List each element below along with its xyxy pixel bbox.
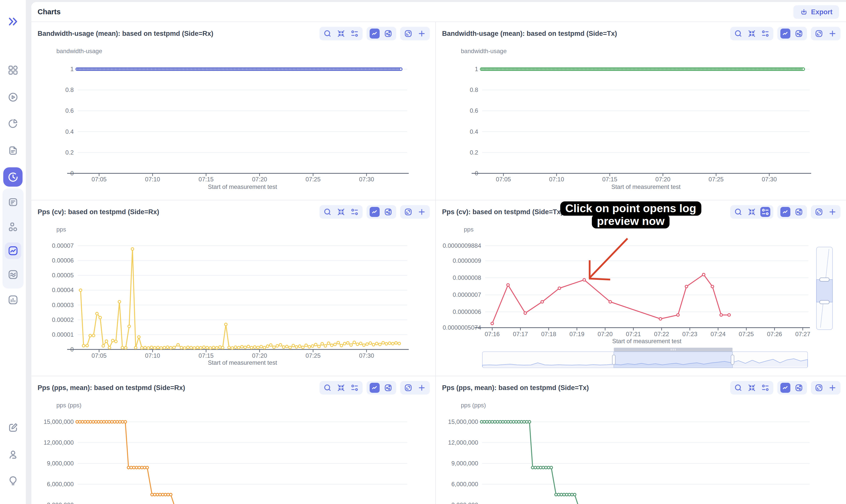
data-point[interactable]	[526, 420, 528, 423]
collapse-icon-button[interactable]	[747, 383, 757, 393]
data-point[interactable]	[502, 420, 504, 423]
export-button[interactable]: Export	[793, 5, 839, 19]
plus-icon-button[interactable]	[417, 383, 427, 393]
search-icon-button[interactable]	[733, 383, 743, 393]
data-point[interactable]	[279, 344, 282, 346]
sidebar-item-pie-report[interactable]	[7, 118, 19, 129]
scatter-icon-button[interactable]	[383, 29, 393, 39]
data-point[interactable]	[486, 420, 488, 423]
data-point[interactable]	[159, 493, 161, 496]
data-point[interactable]	[244, 346, 246, 349]
data-point[interactable]	[292, 344, 295, 347]
scatter-icon-button[interactable]	[794, 207, 804, 217]
data-point[interactable]	[334, 343, 336, 346]
data-point[interactable]	[134, 346, 137, 349]
data-point[interactable]	[494, 420, 496, 423]
sidebar-item-notes[interactable]	[7, 197, 19, 208]
data-point[interactable]	[563, 493, 565, 496]
data-point[interactable]	[99, 317, 102, 319]
vertical-brush-handle[interactable]	[820, 300, 829, 304]
data-point[interactable]	[86, 344, 88, 347]
data-point[interactable]	[555, 493, 557, 496]
data-point[interactable]	[480, 420, 483, 423]
data-point[interactable]	[272, 346, 275, 348]
data-point[interactable]	[100, 420, 103, 423]
data-point[interactable]	[215, 346, 218, 349]
data-point[interactable]	[565, 493, 568, 496]
data-point[interactable]	[542, 466, 545, 469]
data-point[interactable]	[534, 466, 536, 469]
data-point[interactable]	[541, 301, 543, 303]
data-point[interactable]	[523, 420, 525, 423]
scale-icon-button[interactable]	[403, 207, 413, 217]
data-point[interactable]	[135, 466, 138, 469]
data-point[interactable]	[92, 420, 94, 423]
data-point[interactable]	[125, 346, 127, 349]
data-point[interactable]	[108, 346, 111, 349]
data-point[interactable]	[802, 68, 805, 70]
data-point[interactable]	[286, 345, 288, 348]
data-point[interactable]	[372, 343, 375, 346]
data-point[interactable]	[550, 466, 552, 469]
data-point[interactable]	[318, 345, 320, 348]
scale-icon-button[interactable]	[403, 29, 413, 39]
data-point[interactable]	[558, 287, 561, 289]
data-point[interactable]	[94, 420, 97, 423]
data-point[interactable]	[105, 340, 108, 342]
trend-icon-button[interactable]	[780, 29, 790, 39]
data-point[interactable]	[489, 420, 491, 423]
data-point[interactable]	[163, 346, 166, 349]
collapse-icon-button[interactable]	[336, 383, 346, 393]
data-point[interactable]	[124, 420, 126, 423]
data-point[interactable]	[133, 466, 135, 469]
sliders-icon-button[interactable]	[760, 29, 770, 39]
data-point[interactable]	[82, 344, 85, 347]
sidebar-item-compare-charts[interactable]	[7, 269, 19, 280]
data-point[interactable]	[114, 340, 117, 343]
data-point[interactable]	[247, 345, 250, 348]
data-point[interactable]	[305, 344, 307, 346]
data-point[interactable]	[711, 285, 714, 288]
data-point[interactable]	[180, 346, 183, 349]
data-point[interactable]	[385, 342, 388, 345]
scale-icon-button[interactable]	[814, 383, 824, 393]
data-point[interactable]	[347, 342, 349, 344]
data-point[interactable]	[483, 420, 486, 423]
plus-icon-button[interactable]	[827, 207, 838, 217]
search-icon-button[interactable]	[322, 207, 333, 217]
data-point[interactable]	[382, 341, 384, 344]
data-point[interactable]	[131, 248, 134, 250]
data-point[interactable]	[350, 344, 352, 346]
sidebar-item-trend-charts[interactable]	[7, 245, 19, 256]
data-point[interactable]	[557, 493, 560, 496]
data-point[interactable]	[353, 341, 356, 343]
data-point[interactable]	[524, 312, 527, 314]
data-point[interactable]	[676, 313, 679, 316]
data-point[interactable]	[398, 342, 401, 345]
data-point[interactable]	[84, 420, 86, 423]
data-point[interactable]	[266, 345, 269, 347]
sidebar-item-bar-charts[interactable]	[7, 294, 19, 305]
data-point[interactable]	[237, 346, 240, 349]
data-point[interactable]	[583, 278, 585, 281]
data-point[interactable]	[228, 346, 230, 349]
data-point[interactable]	[111, 339, 114, 342]
data-point[interactable]	[504, 420, 507, 423]
chart-area[interactable]: pps0.00000050740.00000060.00000070.00000…	[436, 220, 846, 376]
data-point[interactable]	[138, 466, 140, 469]
data-point[interactable]	[720, 313, 722, 316]
data-point[interactable]	[221, 346, 224, 349]
vertical-brush-handle[interactable]	[820, 278, 829, 281]
data-point[interactable]	[520, 420, 523, 423]
data-point[interactable]	[76, 420, 78, 423]
sliders-icon-button[interactable]	[350, 383, 359, 393]
data-point[interactable]	[170, 346, 172, 349]
data-point[interactable]	[531, 466, 534, 469]
data-point[interactable]	[157, 346, 159, 349]
data-point[interactable]	[263, 346, 266, 349]
data-point[interactable]	[400, 68, 402, 70]
data-point[interactable]	[369, 342, 372, 344]
data-point[interactable]	[81, 420, 84, 423]
scatter-icon-button[interactable]	[383, 207, 393, 217]
sidebar-item-document[interactable]	[7, 145, 19, 156]
